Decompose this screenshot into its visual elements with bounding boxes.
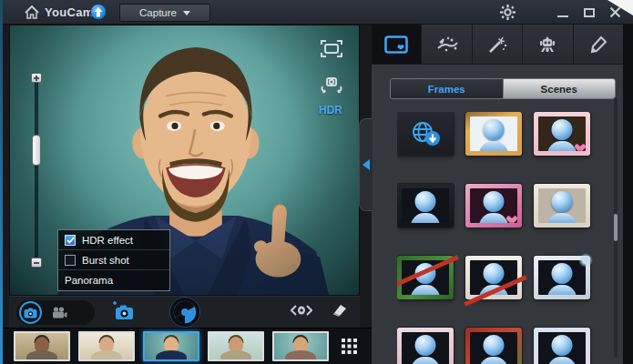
tab-effects[interactable] [422,25,472,64]
video-mode-button[interactable] [52,307,67,318]
download-globe-icon [410,121,441,147]
webcam-sphere [552,335,573,356]
photo-thumbnail[interactable] [14,331,70,361]
capture-options-menu: HDR effect Burst shot Panorama [57,229,170,291]
frame-tile[interactable] [534,112,590,156]
photo-thumbnail-selected[interactable] [143,331,199,361]
scrollbar-thumb[interactable] [614,214,618,241]
snapshot-camera-icon [111,301,135,321]
eraser-button[interactable] [329,304,347,320]
webcam-sphere [552,263,573,284]
webcam-body [411,357,440,364]
frame-icon [384,35,408,54]
frame-tile[interactable] [397,328,454,364]
minimize-button[interactable] [557,0,576,25]
menu-label: HDR effect [82,235,133,246]
zoom-slider-track[interactable] [35,78,38,260]
minus-icon [34,262,39,264]
gallery-view-button[interactable] [341,338,358,355]
mirror-button[interactable] [291,304,312,320]
upgrade-icon[interactable] [90,4,107,20]
photo-thumbnail[interactable] [78,331,135,361]
checkbox-icon[interactable] [65,255,76,266]
webcam-body [547,357,577,364]
subtab-scenes[interactable]: Scenes [504,79,616,98]
home-icon[interactable] [25,5,39,19]
photo-camera-icon [24,308,37,318]
youcam-window: YouCam Capture [0,0,633,364]
maximize-button[interactable] [584,0,602,25]
frame-tile[interactable] [534,256,590,299]
plus-icon-v [36,76,37,81]
subtab-frames[interactable]: Frames [391,79,504,98]
tab-draw[interactable] [574,25,623,64]
webcam-sphere [484,335,505,356]
frame-tile[interactable] [465,256,522,299]
effects-icon [435,35,459,54]
maximize-icon [584,8,595,17]
snapshot-button[interactable] [111,301,135,325]
download-frames-tile[interactable] [397,112,454,156]
frame-tile[interactable] [465,184,522,228]
tile-inner [470,260,517,295]
webcam-body [479,285,508,295]
window-left-accent [0,0,3,364]
webcam-body [411,285,440,295]
tile-inner [402,188,449,223]
tile-inner [402,260,449,295]
photo-thumbnail[interactable] [272,331,329,361]
toolbar-right-group [291,304,347,320]
webcam-body [547,285,577,295]
gear-icon[interactable] [500,0,520,25]
webcam-body [479,213,508,223]
eraser-icon [329,304,347,317]
hdr-toggle[interactable]: HDR [319,104,342,116]
camera-preview: HDR HDR effect Burst shot Panorama [9,25,360,296]
thumb-shoulders [91,350,122,361]
tab-gadgets[interactable] [523,25,573,64]
zoom-slider-thumb[interactable] [32,135,41,166]
magic-wand-icon [486,35,508,54]
frame-tile[interactable] [534,184,590,228]
grid-icon [341,338,358,355]
aperture-icon [172,299,198,325]
photo-mode-button[interactable] [19,301,42,324]
menu-label: Burst shot [82,255,129,266]
webcam-sphere [415,191,436,212]
zoom-out-button[interactable] [31,258,42,268]
webcam-body [479,141,508,151]
shutter-button[interactable] [169,297,200,328]
menu-item-hdr-effect[interactable]: HDR effect [58,230,169,250]
tab-magic-wand[interactable] [473,25,523,64]
zoom-in-button[interactable] [31,73,42,83]
window-right-border [623,0,633,364]
panel-collapse-handle[interactable] [359,118,373,211]
menu-item-panorama[interactable]: Panorama [58,270,169,290]
rotate-camera-icon[interactable] [319,75,344,100]
panel-scrollbar[interactable] [614,97,618,358]
mode-toggle [16,300,95,325]
tile-inner [470,332,517,364]
caret-down-icon [183,11,190,15]
frame-tile[interactable] [534,328,590,364]
frame-tile[interactable] [397,256,454,299]
frame-tile[interactable] [465,328,522,364]
checkbox-checked-icon[interactable] [65,235,76,246]
capture-toolbar [9,296,360,328]
fullscreen-icon[interactable] [321,40,342,61]
webcam-sphere [484,263,505,284]
tab-frames[interactable] [372,25,422,64]
frame-tile[interactable] [465,112,522,156]
tile-inner [538,260,586,295]
capture-button[interactable]: Capture [119,4,210,22]
tile-inner [538,188,586,223]
menu-item-burst-shot[interactable]: Burst shot [58,250,169,270]
tile-inner [538,116,586,151]
photo-thumbnail[interactable] [208,331,264,361]
webcam-body [479,357,508,364]
frames-scenes-toggle: Frames Scenes [390,78,616,99]
menu-label: Panorama [65,275,113,286]
tile-inner [470,188,517,223]
webcam-body [547,213,577,223]
frame-tile[interactable] [397,184,454,228]
